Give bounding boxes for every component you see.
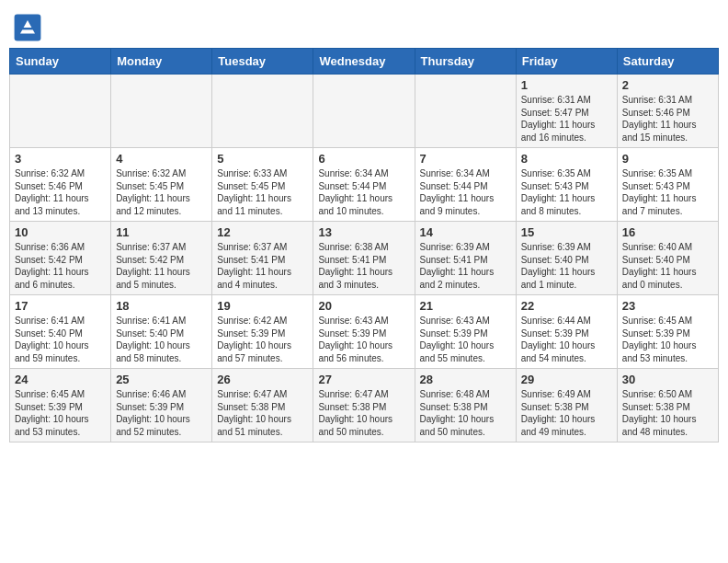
calendar-cell: 26Sunrise: 6:47 AM Sunset: 5:38 PM Dayli… (212, 369, 313, 442)
day-number: 30 (622, 373, 713, 386)
calendar-cell: 14Sunrise: 6:39 AM Sunset: 5:41 PM Dayli… (415, 222, 516, 295)
col-header-saturday: Saturday (617, 49, 718, 75)
day-number: 4 (116, 152, 207, 166)
day-info: Sunrise: 6:43 AM Sunset: 5:39 PM Dayligh… (318, 315, 409, 364)
day-info: Sunrise: 6:32 AM Sunset: 5:45 PM Dayligh… (116, 167, 207, 217)
day-info: Sunrise: 6:45 AM Sunset: 5:39 PM Dayligh… (15, 388, 106, 438)
col-header-sunday: Sunday (10, 49, 111, 75)
calendar-cell: 21Sunrise: 6:43 AM Sunset: 5:39 PM Dayli… (415, 295, 516, 369)
day-number: 23 (622, 299, 713, 313)
calendar-cell: 7Sunrise: 6:34 AM Sunset: 5:44 PM Daylig… (415, 148, 516, 222)
calendar-cell: 18Sunrise: 6:41 AM Sunset: 5:40 PM Dayli… (111, 295, 212, 369)
calendar-cell: 9Sunrise: 6:35 AM Sunset: 5:43 PM Daylig… (617, 148, 718, 222)
day-number: 8 (521, 152, 612, 166)
logo-icon (13, 13, 42, 42)
day-number: 14 (420, 225, 511, 239)
header-row: SundayMondayTuesdayWednesdayThursdayFrid… (10, 49, 719, 75)
day-number: 3 (15, 152, 106, 166)
col-header-friday: Friday (516, 49, 617, 75)
day-info: Sunrise: 6:41 AM Sunset: 5:40 PM Dayligh… (116, 315, 207, 364)
page-header (9, 9, 719, 42)
day-info: Sunrise: 6:37 AM Sunset: 5:42 PM Dayligh… (116, 241, 207, 291)
calendar-cell (313, 75, 415, 148)
day-info: Sunrise: 6:34 AM Sunset: 5:44 PM Dayligh… (318, 167, 409, 217)
calendar-cell (415, 75, 516, 148)
day-number: 29 (521, 373, 612, 386)
day-number: 25 (116, 373, 207, 386)
calendar-cell: 12Sunrise: 6:37 AM Sunset: 5:41 PM Dayli… (212, 222, 313, 295)
day-info: Sunrise: 6:35 AM Sunset: 5:43 PM Dayligh… (622, 167, 713, 217)
calendar-cell: 3Sunrise: 6:32 AM Sunset: 5:46 PM Daylig… (10, 148, 111, 222)
day-number: 13 (318, 225, 409, 239)
calendar-cell (111, 75, 212, 148)
day-number: 10 (15, 225, 106, 239)
calendar-cell: 25Sunrise: 6:46 AM Sunset: 5:39 PM Dayli… (111, 369, 212, 442)
calendar-cell: 28Sunrise: 6:48 AM Sunset: 5:38 PM Dayli… (415, 369, 516, 442)
col-header-wednesday: Wednesday (313, 49, 415, 75)
calendar-cell: 24Sunrise: 6:45 AM Sunset: 5:39 PM Dayli… (10, 369, 111, 442)
calendar-cell: 23Sunrise: 6:45 AM Sunset: 5:39 PM Dayli… (617, 295, 718, 369)
day-info: Sunrise: 6:31 AM Sunset: 5:46 PM Dayligh… (622, 94, 713, 144)
day-info: Sunrise: 6:41 AM Sunset: 5:40 PM Dayligh… (15, 315, 106, 364)
calendar-cell: 15Sunrise: 6:39 AM Sunset: 5:40 PM Dayli… (516, 222, 617, 295)
day-info: Sunrise: 6:44 AM Sunset: 5:39 PM Dayligh… (521, 315, 612, 364)
calendar-cell: 10Sunrise: 6:36 AM Sunset: 5:42 PM Dayli… (10, 222, 111, 295)
week-row-2: 3Sunrise: 6:32 AM Sunset: 5:46 PM Daylig… (10, 148, 719, 222)
day-info: Sunrise: 6:32 AM Sunset: 5:46 PM Dayligh… (15, 167, 106, 217)
day-number: 16 (622, 225, 713, 239)
calendar-cell: 27Sunrise: 6:47 AM Sunset: 5:38 PM Dayli… (313, 369, 415, 442)
calendar-cell: 16Sunrise: 6:40 AM Sunset: 5:40 PM Dayli… (617, 222, 718, 295)
day-number: 11 (116, 225, 207, 239)
week-row-5: 24Sunrise: 6:45 AM Sunset: 5:39 PM Dayli… (10, 369, 719, 442)
day-number: 24 (15, 373, 106, 386)
day-number: 7 (420, 152, 511, 166)
calendar-cell: 11Sunrise: 6:37 AM Sunset: 5:42 PM Dayli… (111, 222, 212, 295)
calendar-cell: 2Sunrise: 6:31 AM Sunset: 5:46 PM Daylig… (617, 75, 718, 148)
day-number: 21 (420, 299, 511, 313)
calendar-cell: 13Sunrise: 6:38 AM Sunset: 5:41 PM Dayli… (313, 222, 415, 295)
calendar-cell: 19Sunrise: 6:42 AM Sunset: 5:39 PM Dayli… (212, 295, 313, 369)
day-info: Sunrise: 6:33 AM Sunset: 5:45 PM Dayligh… (217, 167, 308, 217)
day-number: 19 (217, 299, 308, 313)
day-info: Sunrise: 6:38 AM Sunset: 5:41 PM Dayligh… (318, 241, 409, 291)
day-info: Sunrise: 6:37 AM Sunset: 5:41 PM Dayligh… (217, 241, 308, 291)
day-info: Sunrise: 6:47 AM Sunset: 5:38 PM Dayligh… (217, 388, 308, 438)
week-row-4: 17Sunrise: 6:41 AM Sunset: 5:40 PM Dayli… (10, 295, 719, 369)
day-number: 9 (622, 152, 713, 166)
day-number: 18 (116, 299, 207, 313)
calendar-cell: 30Sunrise: 6:50 AM Sunset: 5:38 PM Dayli… (617, 369, 718, 442)
day-number: 5 (217, 152, 308, 166)
day-info: Sunrise: 6:35 AM Sunset: 5:43 PM Dayligh… (521, 167, 612, 217)
logo (13, 13, 46, 42)
day-number: 2 (622, 78, 713, 92)
day-info: Sunrise: 6:36 AM Sunset: 5:42 PM Dayligh… (15, 241, 106, 291)
day-info: Sunrise: 6:34 AM Sunset: 5:44 PM Dayligh… (420, 167, 511, 217)
week-row-1: 1Sunrise: 6:31 AM Sunset: 5:47 PM Daylig… (10, 75, 719, 148)
day-number: 6 (318, 152, 409, 166)
calendar-table: SundayMondayTuesdayWednesdayThursdayFrid… (9, 48, 719, 442)
day-info: Sunrise: 6:49 AM Sunset: 5:38 PM Dayligh… (521, 388, 612, 438)
day-number: 1 (521, 78, 612, 92)
day-info: Sunrise: 6:39 AM Sunset: 5:41 PM Dayligh… (420, 241, 511, 291)
calendar-cell: 20Sunrise: 6:43 AM Sunset: 5:39 PM Dayli… (313, 295, 415, 369)
calendar-cell (212, 75, 313, 148)
calendar-cell: 29Sunrise: 6:49 AM Sunset: 5:38 PM Dayli… (516, 369, 617, 442)
calendar-cell (10, 75, 111, 148)
week-row-3: 10Sunrise: 6:36 AM Sunset: 5:42 PM Dayli… (10, 222, 719, 295)
day-info: Sunrise: 6:46 AM Sunset: 5:39 PM Dayligh… (116, 388, 207, 438)
day-info: Sunrise: 6:39 AM Sunset: 5:40 PM Dayligh… (521, 241, 612, 291)
calendar-cell: 22Sunrise: 6:44 AM Sunset: 5:39 PM Dayli… (516, 295, 617, 369)
calendar-cell: 17Sunrise: 6:41 AM Sunset: 5:40 PM Dayli… (10, 295, 111, 369)
calendar-cell: 1Sunrise: 6:31 AM Sunset: 5:47 PM Daylig… (516, 75, 617, 148)
day-number: 22 (521, 299, 612, 313)
calendar-cell: 6Sunrise: 6:34 AM Sunset: 5:44 PM Daylig… (313, 148, 415, 222)
day-number: 20 (318, 299, 409, 313)
day-info: Sunrise: 6:48 AM Sunset: 5:38 PM Dayligh… (420, 388, 511, 438)
day-number: 15 (521, 225, 612, 239)
calendar-cell: 5Sunrise: 6:33 AM Sunset: 5:45 PM Daylig… (212, 148, 313, 222)
day-info: Sunrise: 6:45 AM Sunset: 5:39 PM Dayligh… (622, 315, 713, 364)
col-header-tuesday: Tuesday (212, 49, 313, 75)
day-info: Sunrise: 6:43 AM Sunset: 5:39 PM Dayligh… (420, 315, 511, 364)
col-header-thursday: Thursday (415, 49, 516, 75)
day-number: 28 (420, 373, 511, 386)
